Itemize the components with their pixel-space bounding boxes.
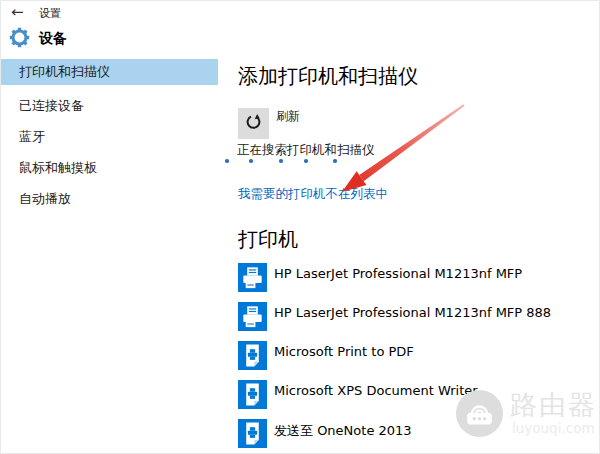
printer-file-icon — [238, 341, 267, 370]
sidebar-item-connected-devices[interactable]: 已连接设备 — [1, 90, 218, 121]
watermark-domain: luyouqi.com — [512, 420, 595, 436]
back-button[interactable]: ← — [11, 3, 24, 21]
sidebar-item-mouse-touchpad[interactable]: 鼠标和触摸板 — [1, 152, 218, 183]
watermark-brand: 路由器 — [510, 387, 597, 423]
sidebar: 打印机和扫描仪 已连接设备 蓝牙 鼠标和触摸板 自动播放 — [1, 59, 218, 214]
printer-file-icon — [238, 419, 267, 448]
printer-icon — [238, 263, 267, 292]
printer-name: HP LaserJet Professional M1213nf MFP — [274, 266, 522, 281]
searching-status-text: 正在搜索打印机和扫描仪 — [237, 142, 375, 159]
refresh-button[interactable] — [238, 108, 269, 139]
printer-file-icon — [238, 380, 267, 409]
printer-icon — [238, 302, 267, 331]
watermark: 路由器 luyouqi.com — [454, 386, 600, 450]
sidebar-item-printers-scanners[interactable]: 打印机和扫描仪 — [1, 59, 218, 85]
progress-dots — [1, 159, 401, 165]
printers-section-heading: 打印机 — [238, 226, 298, 253]
printer-row-print-to-pdf[interactable]: Microsoft Print to PDF — [238, 341, 551, 370]
printer-row-hp-m1213nf[interactable]: HP LaserJet Professional M1213nf MFP — [238, 263, 551, 292]
add-printers-scanners-heading: 添加打印机和扫描仪 — [238, 63, 418, 90]
printer-name: Microsoft Print to PDF — [274, 344, 414, 359]
printer-name: 发送至 OneNote 2013 — [274, 422, 412, 440]
gear-icon — [9, 27, 30, 48]
refresh-label: 刷新 — [276, 108, 300, 125]
sidebar-item-autoplay[interactable]: 自动播放 — [1, 183, 218, 214]
router-icon — [456, 390, 503, 437]
sidebar-item-bluetooth[interactable]: 蓝牙 — [1, 121, 218, 152]
printer-name: HP LaserJet Professional M1213nf MFP 888 — [274, 305, 551, 320]
printer-name: Microsoft XPS Document Writer — [274, 383, 478, 398]
refresh-icon — [244, 112, 263, 135]
settings-window: ← 设置 设备 打印机和扫描仪 已连接设备 蓝牙 鼠标和触摸板 自动播放 添加打… — [0, 0, 600, 454]
printer-row-hp-m1213nf-888[interactable]: HP LaserJet Professional M1213nf MFP 888 — [238, 302, 551, 331]
page-title: 设备 — [39, 30, 67, 48]
printer-not-listed-link[interactable]: 我需要的打印机不在列表中 — [238, 186, 388, 203]
app-title: 设置 — [39, 6, 61, 21]
